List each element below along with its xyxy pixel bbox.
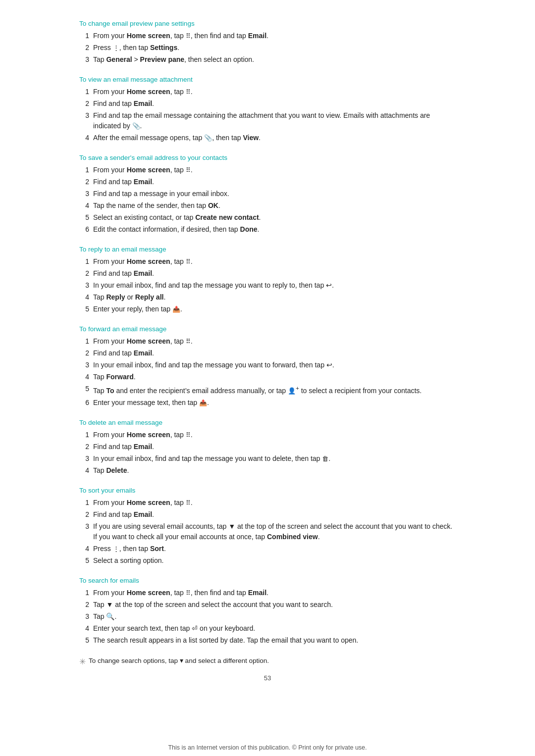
step-text: From your Home screen, tap ⠿, then find … <box>93 588 456 598</box>
step-number: 3 <box>79 189 93 199</box>
step-text: Find and tap Email. <box>93 99 456 109</box>
step-number: 3 <box>79 110 93 121</box>
step-item: 1 From your Home screen, tap ⠿. <box>79 256 456 267</box>
step-number: 4 <box>79 292 93 302</box>
step-text: Enter your reply, then tap 📤. <box>93 304 456 314</box>
step-item: 2 Find and tap Email. <box>79 99 456 109</box>
step-item: 6 Edit the contact information, if desir… <box>79 224 456 235</box>
step-number: 2 <box>79 600 93 610</box>
step-number: 2 <box>79 509 93 520</box>
step-item: 1 From your Home screen, tap ⠿. <box>79 87 456 97</box>
step-text: Tap To and enter the recipient’s email a… <box>93 384 456 396</box>
step-text: Find and tap Email. <box>93 268 456 279</box>
step-number: 2 <box>79 268 93 279</box>
step-item: 5 Select a sorting option. <box>79 555 456 566</box>
steps-forward-email: 1 From your Home screen, tap ⠿. 2 Find a… <box>79 336 456 408</box>
step-text: Find and tap Email. <box>93 442 456 452</box>
step-text: Select an existing contact, or tap Creat… <box>93 212 456 223</box>
section-sort-emails: To sort your emails 1 From your Home scr… <box>79 487 456 566</box>
step-item: 3 If you are using several email account… <box>79 521 456 542</box>
step-number: 3 <box>79 521 93 532</box>
tip-icon: ✳ <box>79 657 86 666</box>
step-text: Tap ▼ at the top of the screen and selec… <box>93 600 456 610</box>
steps-save-sender: 1 From your Home screen, tap ⠿. 2 Find a… <box>79 165 456 235</box>
step-number: 6 <box>79 224 93 235</box>
step-number: 1 <box>79 31 93 41</box>
step-text: Find and tap Email. <box>93 177 456 187</box>
step-item: 1 From your Home screen, tap ⠿, then fin… <box>79 31 456 41</box>
step-number: 3 <box>79 54 93 65</box>
step-text: Tap Forward. <box>93 372 456 382</box>
step-number: 3 <box>79 280 93 291</box>
section-title-reply-email: To reply to an email message <box>79 246 456 253</box>
step-number: 2 <box>79 348 93 358</box>
step-item: 4 Press ⋮, then tap Sort. <box>79 544 456 554</box>
step-text: Tap the name of the sender, then tap OK. <box>93 201 456 211</box>
steps-delete-email: 1 From your Home screen, tap ⠿. 2 Find a… <box>79 430 456 476</box>
section-title-view-attachment: To view an email message attachment <box>79 76 456 83</box>
step-number: 1 <box>79 498 93 508</box>
note-row: ✳ To change search options, tap ▾ and se… <box>79 656 456 666</box>
step-item: 5 Select an existing contact, or tap Cre… <box>79 212 456 223</box>
step-item: 3 In your email inbox, find and tap the … <box>79 280 456 291</box>
step-text: From your Home screen, tap ⠿. <box>93 430 456 440</box>
section-title-save-sender: To save a sender's email address to your… <box>79 154 456 161</box>
step-item: 2 Press ⋮, then tap Settings. <box>79 43 456 53</box>
step-number: 1 <box>79 336 93 347</box>
section-title-search-emails: To search for emails <box>79 577 456 584</box>
step-item: 2 Find and tap Email. <box>79 442 456 452</box>
section-change-preview: To change email preview pane settings 1 … <box>79 20 456 65</box>
step-text: From your Home screen, tap ⠿. <box>93 336 456 347</box>
step-text: Enter your message text, then tap 📤. <box>93 398 456 408</box>
step-item: 4 Enter your search text, then tap ⏎ on … <box>79 623 456 634</box>
step-text: In your email inbox, find and tap the me… <box>93 360 456 370</box>
step-item: 4 Tap Delete. <box>79 465 456 476</box>
step-text: Find and tap Email. <box>93 348 456 358</box>
section-title-sort-emails: To sort your emails <box>79 487 456 494</box>
step-item: 5 The search result appears in a list so… <box>79 635 456 646</box>
steps-search-emails: 1 From your Home screen, tap ⠿, then fin… <box>79 588 456 646</box>
step-item: 1 From your Home screen, tap ⠿. <box>79 336 456 347</box>
page-content: To change email preview pane settings 1 … <box>79 0 456 735</box>
step-item: 3 In your email inbox, find and tap the … <box>79 454 456 464</box>
step-item: 1 From your Home screen, tap ⠿. <box>79 498 456 508</box>
step-item: 4 Tap Forward. <box>79 372 456 382</box>
section-delete-email: To delete an email message 1 From your H… <box>79 419 456 476</box>
section-title-forward-email: To forward an email message <box>79 325 456 333</box>
step-text: From your Home screen, tap ⠿, then find … <box>93 31 456 41</box>
step-number: 1 <box>79 87 93 97</box>
step-number: 4 <box>79 133 93 143</box>
step-number: 1 <box>79 430 93 440</box>
step-item: 2 Find and tap Email. <box>79 509 456 520</box>
step-item: 3 Find and tap a message in your email i… <box>79 189 456 199</box>
step-number: 3 <box>79 454 93 464</box>
step-item: 4 Tap Reply or Reply all. <box>79 292 456 302</box>
section-forward-email: To forward an email message 1 From your … <box>79 325 456 408</box>
step-number: 2 <box>79 99 93 109</box>
step-item: 3 Tap 🔍. <box>79 611 456 622</box>
step-item: 1 From your Home screen, tap ⠿. <box>79 165 456 175</box>
step-number: 2 <box>79 177 93 187</box>
step-number: 5 <box>79 555 93 566</box>
step-text: From your Home screen, tap ⠿. <box>93 165 456 175</box>
step-text: Tap Reply or Reply all. <box>93 292 456 302</box>
step-number: 6 <box>79 398 93 408</box>
step-text: After the email message opens, tap 📎, th… <box>93 133 456 143</box>
step-number: 5 <box>79 384 93 394</box>
step-number: 5 <box>79 635 93 646</box>
page-number: 53 <box>79 674 456 682</box>
step-text: Press ⋮, then tap Settings. <box>93 43 456 53</box>
step-text: Edit the contact information, if desired… <box>93 224 456 235</box>
step-number: 1 <box>79 588 93 598</box>
steps-sort-emails: 1 From your Home screen, tap ⠿. 2 Find a… <box>79 498 456 566</box>
step-item: 4 After the email message opens, tap 📎, … <box>79 133 456 143</box>
step-item: 5 Tap To and enter the recipient’s email… <box>79 384 456 396</box>
note-text: To change search options, tap ▾ and sele… <box>89 656 269 664</box>
step-number: 4 <box>79 623 93 634</box>
step-item: 1 From your Home screen, tap ⠿. <box>79 430 456 440</box>
section-view-attachment: To view an email message attachment 1 Fr… <box>79 76 456 143</box>
step-text: Tap 🔍. <box>93 611 456 622</box>
step-text: Press ⋮, then tap Sort. <box>93 544 456 554</box>
footer-text: This is an Internet version of this publ… <box>0 735 535 756</box>
step-number: 4 <box>79 372 93 382</box>
